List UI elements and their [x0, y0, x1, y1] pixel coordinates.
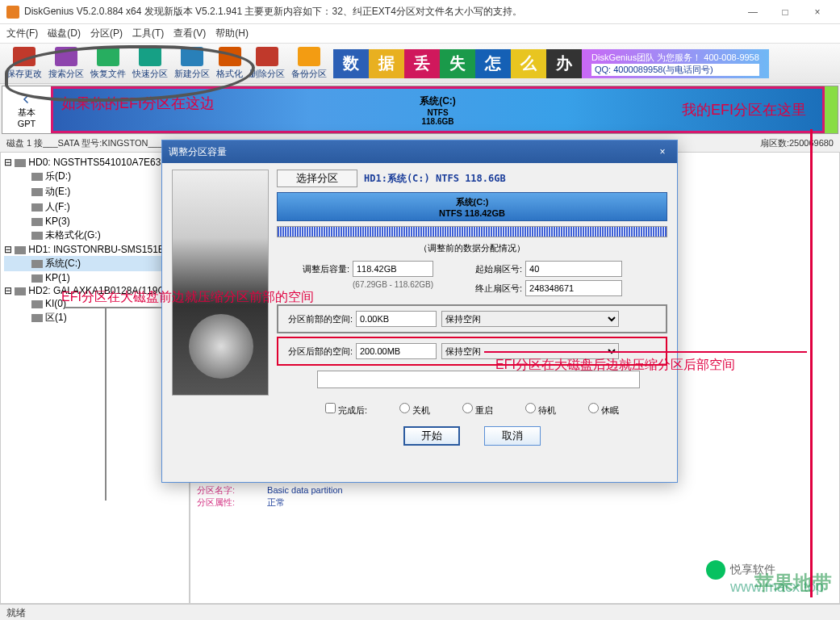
- ad-line1: DiskGenius团队 为您服务！ 400-008-9958: [591, 52, 759, 64]
- banner-cell: 失: [440, 49, 475, 78]
- partition-sliver[interactable]: [825, 86, 838, 133]
- arrow-left-icon[interactable]: [19, 92, 34, 107]
- banner-ad: DiskGenius团队 为您服务！ 400-008-9958 QQ: 4000…: [582, 49, 769, 78]
- front-space-input[interactable]: [356, 311, 437, 327]
- start-button[interactable]: 开始: [403, 426, 460, 446]
- banner: 数据丢失怎么办: [333, 49, 582, 78]
- after-finish-row: 完成后: 关机 重启 待机 休眠: [277, 403, 667, 417]
- close-button[interactable]: ×: [801, 1, 834, 23]
- banner-cell: 据: [369, 49, 404, 78]
- ad-line2: QQ: 4000089958(与电话同号): [591, 64, 759, 76]
- toolbar-btn-2[interactable]: 恢复文件: [87, 45, 129, 82]
- cancel-button[interactable]: 取消: [484, 426, 541, 446]
- toolbar-btn-3[interactable]: 快速分区: [129, 45, 171, 82]
- banner-cell: 数: [333, 49, 369, 78]
- partition-info: 分区名字:Basic data partition 分区属性:正常: [197, 484, 343, 509]
- radio-hibernate[interactable]: [588, 403, 599, 413]
- partition-path: HD1:系统(C:) NTFS 118.6GB: [364, 172, 506, 186]
- toolbar: 保存更改搜索分区恢复文件快速分区新建分区格式化删除分区备份分区 数据丢失怎么办 …: [0, 44, 840, 84]
- finish-checkbox[interactable]: [325, 403, 336, 413]
- disk-visual-bar: 基本 GPT 如果你的EFI分区在这边 系统(C:) NTFS 118.6GB …: [2, 86, 838, 134]
- minimize-button[interactable]: —: [737, 1, 769, 23]
- toolbar-btn-1[interactable]: 搜索分区: [45, 45, 87, 82]
- back-space-input[interactable]: [356, 343, 437, 359]
- radio-restart[interactable]: [462, 403, 473, 413]
- menu-bar: 文件(F) 磁盘(D) 分区(P) 工具(T) 查看(V) 帮助(H): [0, 24, 840, 44]
- toolbar-btn-4[interactable]: 新建分区: [171, 45, 213, 82]
- data-usage-bar: [277, 226, 667, 237]
- front-space-select[interactable]: 保持空闲: [441, 311, 619, 327]
- wechat-icon: [706, 560, 725, 580]
- hdd-illustration: [172, 170, 269, 396]
- menu-view[interactable]: 查看(V): [173, 27, 206, 40]
- maximize-button[interactable]: □: [769, 1, 801, 23]
- dialog-title: 调整分区容量: [169, 145, 227, 159]
- tree-hd1[interactable]: HD1: INGSTONRBU-SMS151BS31: [28, 244, 182, 255]
- menu-partition[interactable]: 分区(P): [90, 27, 123, 40]
- start-sector-input[interactable]: [525, 261, 622, 277]
- back-space-select[interactable]: 保持空闲: [441, 343, 619, 359]
- end-sector-input[interactable]: [525, 280, 622, 296]
- dialog-titlebar[interactable]: 调整分区容量 ×: [162, 140, 677, 163]
- tree-hd0[interactable]: HD0: NGSTHTS541010A7E630(93: [28, 157, 180, 168]
- partition-preview-bar[interactable]: 系统(C:) NTFS 118.42GB: [277, 192, 667, 221]
- disk-type-label: 基本 GPT: [2, 86, 51, 133]
- front-space-label: 分区前部的空间:: [280, 313, 353, 325]
- start-sector-label: 起始扇区号:: [449, 263, 522, 275]
- window-title: DiskGenius V5.2.0.884 x64 发现新版本 V5.2.1.9…: [24, 5, 737, 19]
- annotation-right: 我的EFI分区在这里: [682, 100, 806, 119]
- toolbar-btn-6[interactable]: 删除分区: [246, 45, 288, 82]
- menu-tools[interactable]: 工具(T): [132, 27, 164, 40]
- info-right: 扇区数:250069680: [760, 137, 834, 150]
- banner-cell: 怎: [475, 49, 511, 78]
- status-bar: 就绪: [0, 604, 840, 620]
- size-hint: (67.29GB - 118.62GB): [353, 280, 433, 289]
- end-sector-label: 终止扇区号:: [449, 283, 522, 295]
- partition-bar-main[interactable]: 如果你的EFI分区在这边 系统(C:) NTFS 118.6GB 我的EFI分区…: [51, 86, 825, 133]
- select-partition-button[interactable]: 选择分区: [277, 170, 357, 187]
- menu-disk[interactable]: 磁盘(D): [48, 27, 81, 40]
- toolbar-btn-7[interactable]: 备份分区: [288, 45, 330, 82]
- resize-dialog: 调整分区容量 × 选择分区 HD1:系统(C:) NTFS 118.6GB 系统…: [161, 140, 678, 483]
- annotation-left: 如果你的EFI分区在这边: [61, 94, 215, 113]
- dialog-close-icon[interactable]: ×: [654, 146, 671, 157]
- toolbar-btn-0[interactable]: 保存更改: [3, 45, 45, 82]
- menu-help[interactable]: 帮助(H): [215, 27, 249, 40]
- data-distribution-label: （调整前的数据分配情况）: [277, 242, 667, 254]
- size-input[interactable]: [353, 261, 433, 277]
- size-label: 调整后容量:: [277, 263, 349, 275]
- corner-brand: 苹果地带: [754, 570, 832, 596]
- menu-file[interactable]: 文件(F): [6, 27, 38, 40]
- radio-shutdown[interactable]: [399, 403, 410, 413]
- info-left: 磁盘 1 接___SATA 型号:KINGSTON___: [6, 137, 163, 150]
- back-space-label: 分区后部的空间:: [280, 346, 353, 358]
- radio-standby[interactable]: [525, 403, 536, 413]
- banner-cell: 丢: [404, 49, 440, 78]
- banner-cell: 办: [546, 49, 582, 78]
- extra-input[interactable]: [317, 371, 640, 388]
- tree-hd2[interactable]: HD2: GALAXKA1B0128A(119GB): [28, 285, 174, 296]
- banner-cell: 么: [511, 49, 546, 78]
- app-icon: [6, 6, 19, 19]
- toolbar-btn-5[interactable]: 格式化: [213, 45, 246, 82]
- title-bar: DiskGenius V5.2.0.884 x64 发现新版本 V5.2.1.9…: [0, 0, 840, 24]
